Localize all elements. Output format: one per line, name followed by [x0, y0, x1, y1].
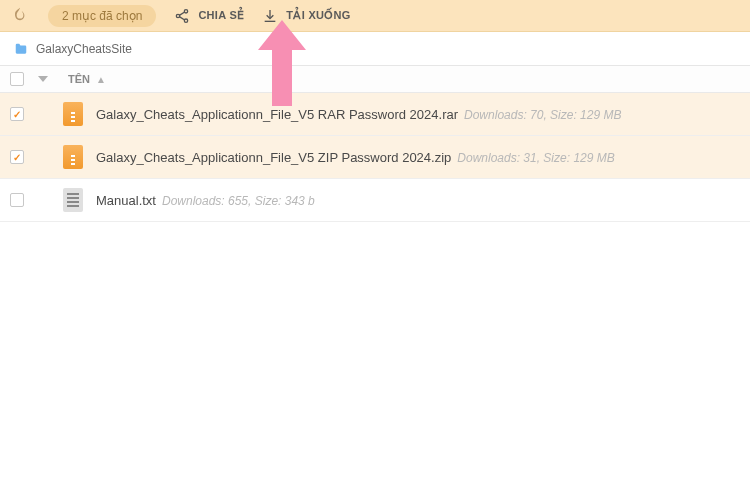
- share-button[interactable]: CHIA SẺ: [174, 8, 244, 24]
- file-name: Galaxy_Cheats_Applicationn_File_V5 ZIP P…: [96, 150, 451, 165]
- share-icon: [174, 8, 190, 24]
- svg-line-3: [180, 12, 185, 15]
- column-name-label: TÊN: [68, 73, 90, 85]
- breadcrumb[interactable]: GalaxyCheatsSite: [0, 32, 750, 66]
- file-meta: Downloads: 31, Size: 129 MB: [457, 151, 614, 165]
- folder-icon: [14, 42, 28, 56]
- svg-line-4: [180, 16, 185, 19]
- text-file-icon: [62, 187, 84, 213]
- share-label: CHIA SẺ: [198, 9, 244, 22]
- archive-file-icon: [62, 144, 84, 170]
- file-text-wrap: Manual.txtDownloads: 655, Size: 343 b: [96, 193, 315, 208]
- topbar: 2 mục đã chọn CHIA SẺ TẢI XUỐNG: [0, 0, 750, 32]
- file-list: Galaxy_Cheats_Applicationn_File_V5 RAR P…: [0, 93, 750, 222]
- file-meta: Downloads: 655, Size: 343 b: [162, 194, 315, 208]
- table-row[interactable]: Galaxy_Cheats_Applicationn_File_V5 RAR P…: [0, 93, 750, 136]
- download-label: TẢI XUỐNG: [286, 9, 350, 22]
- table-header: TÊN ▲: [0, 66, 750, 93]
- select-all-checkbox[interactable]: [10, 72, 24, 86]
- archive-file-icon: [62, 101, 84, 127]
- sort-dropdown-icon[interactable]: [36, 74, 50, 84]
- selection-count-pill: 2 mục đã chọn: [48, 5, 156, 27]
- breadcrumb-text: GalaxyCheatsSite: [36, 42, 132, 56]
- row-checkbox[interactable]: [10, 193, 24, 207]
- flame-icon: [10, 6, 30, 26]
- file-name: Galaxy_Cheats_Applicationn_File_V5 RAR P…: [96, 107, 458, 122]
- table-row[interactable]: Manual.txtDownloads: 655, Size: 343 b: [0, 179, 750, 222]
- file-meta: Downloads: 70, Size: 129 MB: [464, 108, 621, 122]
- row-checkbox[interactable]: [10, 150, 24, 164]
- file-name: Manual.txt: [96, 193, 156, 208]
- column-name[interactable]: TÊN ▲: [68, 73, 106, 85]
- file-text-wrap: Galaxy_Cheats_Applicationn_File_V5 RAR P…: [96, 107, 621, 122]
- download-icon: [262, 8, 278, 24]
- download-button[interactable]: TẢI XUỐNG: [262, 8, 350, 24]
- row-checkbox[interactable]: [10, 107, 24, 121]
- sort-asc-icon: ▲: [96, 74, 106, 85]
- table-row[interactable]: Galaxy_Cheats_Applicationn_File_V5 ZIP P…: [0, 136, 750, 179]
- file-text-wrap: Galaxy_Cheats_Applicationn_File_V5 ZIP P…: [96, 150, 615, 165]
